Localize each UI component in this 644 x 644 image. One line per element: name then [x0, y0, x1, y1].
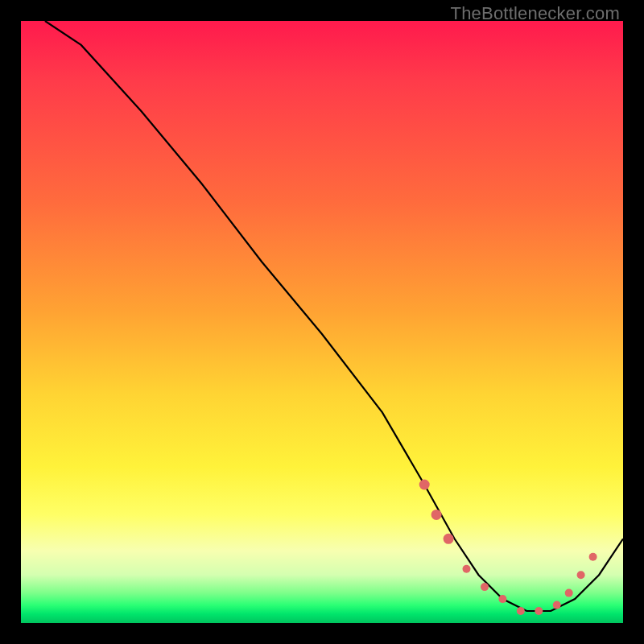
curve-svg: [21, 21, 623, 623]
marker-dot: [419, 480, 430, 490]
marker-dot: [565, 589, 573, 597]
bottleneck-curve-path: [45, 21, 623, 611]
marker-dot: [498, 595, 506, 603]
marker-dot: [577, 571, 585, 579]
marker-group: [419, 480, 597, 616]
marker-dot: [481, 583, 489, 591]
plot-area: [21, 21, 623, 623]
marker-dot: [463, 565, 471, 573]
marker-dot: [517, 607, 525, 615]
marker-dot: [444, 534, 454, 544]
marker-dot: [535, 607, 543, 615]
marker-dot: [431, 510, 442, 520]
chart-stage: TheBottlenecker.com: [0, 0, 644, 644]
marker-dot: [553, 601, 561, 609]
marker-dot: [589, 553, 597, 561]
